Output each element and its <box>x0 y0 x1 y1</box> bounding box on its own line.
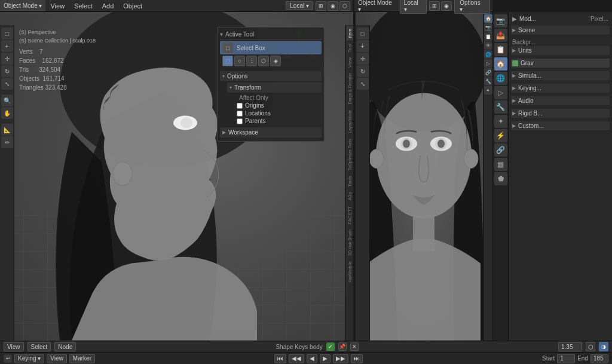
tool-btn-4[interactable]: ⬡ <box>258 56 269 66</box>
simula-hdr[interactable]: ▶ Simula... <box>511 71 610 80</box>
select-tool-r[interactable]: □ <box>357 27 369 39</box>
scale-tool[interactable]: ⤡ <box>1 78 13 90</box>
move-tool[interactable]: ✛ <box>1 53 13 65</box>
marker-menu-tl[interactable]: Marker <box>69 354 95 363</box>
cursor-tool[interactable]: + <box>1 40 13 52</box>
toolbar-icon-overlay[interactable]: ⬡ <box>339 1 350 11</box>
vtab-a3p[interactable]: A3p <box>347 189 353 203</box>
toolbar-icon-transform[interactable]: ⊞ <box>316 1 326 11</box>
local-dropdown[interactable]: Local ▾ <box>286 1 313 10</box>
custom-hdr[interactable]: ▶ Custom... <box>511 121 610 130</box>
menu-add[interactable]: Add <box>97 0 119 11</box>
move-tool-r[interactable]: ✛ <box>357 53 369 65</box>
prop-icon-render[interactable]: 📷 <box>484 23 492 32</box>
menu-object-mode-right[interactable]: Object Mode ▾ <box>354 0 400 11</box>
view-menu-tl[interactable]: View <box>47 354 67 363</box>
select-btn-tl[interactable]: Select <box>27 342 51 351</box>
locations-checkbox[interactable] <box>237 111 243 117</box>
end-value[interactable]: 185 <box>590 354 608 363</box>
menu-view[interactable]: View <box>45 0 69 11</box>
measure-tool[interactable]: 📐 <box>1 124 13 136</box>
gravity-checkbox[interactable] <box>512 60 518 66</box>
prop-icon-world[interactable]: 🌐 <box>484 50 492 59</box>
prop-modifier-icon[interactable]: 🔧 <box>494 100 507 114</box>
toolbar-icon-transform-right[interactable]: ⊞ <box>429 1 440 11</box>
rotate-tool-r[interactable]: ↻ <box>357 65 369 77</box>
keying-hdr[interactable]: ▶ Keying... <box>511 84 610 93</box>
prop-obj-icon[interactable]: ▷ <box>494 86 507 99</box>
tool-btn-5[interactable]: ◈ <box>270 56 281 66</box>
toolbar-icon-gizmo-right[interactable]: ◉ <box>441 1 452 11</box>
vtab-hairbrush[interactable]: 3D Hair Brush <box>347 227 353 258</box>
viewport-divider[interactable] <box>353 0 356 364</box>
options-toggle[interactable]: ▾ Options <box>220 71 322 81</box>
start-value[interactable]: 1 <box>557 354 575 363</box>
menu-select[interactable]: Select <box>69 0 97 11</box>
vtab-optimize[interactable]: ToOptimize Tools <box>347 136 353 173</box>
scene-section-hdr[interactable]: ▶ Scene <box>511 26 610 35</box>
vtab-layout[interactable]: LayoutMode <box>347 108 353 136</box>
gravity-hdr[interactable]: Grav <box>511 59 610 68</box>
prop-output-icon[interactable]: 📤 <box>494 29 507 42</box>
prop-render-icon[interactable]: 📷 <box>494 14 507 27</box>
prop-icon-output[interactable]: 📋 <box>484 32 492 41</box>
vtab-view[interactable]: View <box>347 55 353 70</box>
cursor-tool-r[interactable]: + <box>357 40 369 52</box>
origins-checkbox[interactable] <box>237 103 243 109</box>
select-tool[interactable]: □ <box>1 27 13 39</box>
audio-hdr[interactable]: ▶ Audio <box>511 96 610 105</box>
prop-icon-particles[interactable]: ✦ <box>484 86 492 94</box>
vtab-hairmodule[interactable]: HairModule <box>347 259 353 285</box>
jump-end-btn[interactable]: ⏭ <box>351 354 363 363</box>
vtab-drags[interactable]: Drags & Reorder <box>347 71 353 107</box>
next-frame-btn[interactable]: ▶▶ <box>333 354 348 363</box>
local-dropdown-right[interactable]: Local ▾ <box>400 0 427 14</box>
shape-keys-x[interactable]: ✕ <box>350 342 359 351</box>
prop-data-icon[interactable]: ▦ <box>494 158 507 171</box>
tool-btn-3[interactable]: ⋮ <box>246 56 257 66</box>
vtab-item[interactable]: Item <box>347 26 353 41</box>
vtab-tools[interactable]: Tools <box>347 173 353 189</box>
play-btn[interactable]: ▶ <box>320 354 331 363</box>
options-btn[interactable]: Options ▾ <box>454 0 490 14</box>
parents-checkbox[interactable] <box>237 118 243 124</box>
annotate-tool[interactable]: ✏ <box>1 136 13 148</box>
keying-dropdown[interactable]: Keying ▾ <box>14 354 44 363</box>
jump-start-btn[interactable]: ⏮ <box>274 354 286 363</box>
viewport-shading[interactable]: ◑ <box>599 342 608 351</box>
prop-world-icon[interactable]: 🌐 <box>494 72 507 85</box>
prop-icon-scene[interactable]: 🏠 <box>484 14 492 23</box>
shape-keys-check[interactable]: ✓ <box>326 342 335 351</box>
hand-tool[interactable]: ✋ <box>1 107 13 119</box>
prop-scene-icon[interactable]: 🏠 <box>494 57 507 71</box>
prop-view-icon[interactable]: 📋 <box>494 43 507 56</box>
prop-physics-icon[interactable]: ⚡ <box>494 129 507 142</box>
prop-icon-modifier[interactable]: 🔧 <box>484 77 492 85</box>
menu-object[interactable]: Object <box>118 0 147 11</box>
rotate-tool[interactable]: ↻ <box>1 65 13 77</box>
prop-icon-view[interactable]: 👁 <box>484 41 492 50</box>
workspace-toggle[interactable]: ▶ Workspace <box>220 127 322 137</box>
vtab-tool[interactable]: Tool <box>347 41 353 55</box>
toolbar-icon-gizmo[interactable]: ◉ <box>328 1 338 11</box>
undo-icon[interactable]: ↩ <box>4 354 12 363</box>
tool-btn-1[interactable]: ⬚ <box>222 56 233 66</box>
prop-mat-icon[interactable]: ⬟ <box>494 172 507 185</box>
rigidb-hdr[interactable]: ▶ Rigid B... <box>511 109 610 118</box>
transform-toggle[interactable]: ▾ Transform <box>227 82 322 93</box>
prop-icon-obj[interactable]: ▷ <box>484 59 492 68</box>
vtab-facett[interactable]: FACETT <box>347 204 353 227</box>
scale-tool-r[interactable]: ⤡ <box>357 78 369 90</box>
shape-keys-pin[interactable]: 📌 <box>338 342 347 351</box>
view-btn-tl[interactable]: View <box>4 342 24 351</box>
prev-frame-btn[interactable]: ◀ <box>307 354 317 363</box>
prev-keyframe-btn[interactable]: ◀◀ <box>289 354 304 363</box>
magnify-tool[interactable]: 🔍 <box>1 94 13 106</box>
render-preview[interactable]: ⬡ <box>586 342 595 351</box>
units-hdr[interactable]: ▶ Units <box>511 46 610 55</box>
tool-btn-2[interactable]: ○ <box>234 56 245 66</box>
select-box-tool[interactable]: □ Select Box <box>220 41 322 54</box>
prop-particles-icon[interactable]: ✦ <box>494 115 507 128</box>
menu-object-mode[interactable]: Object Mode ▾ <box>0 0 45 11</box>
prop-icon-constraint[interactable]: 🔗 <box>484 68 492 77</box>
